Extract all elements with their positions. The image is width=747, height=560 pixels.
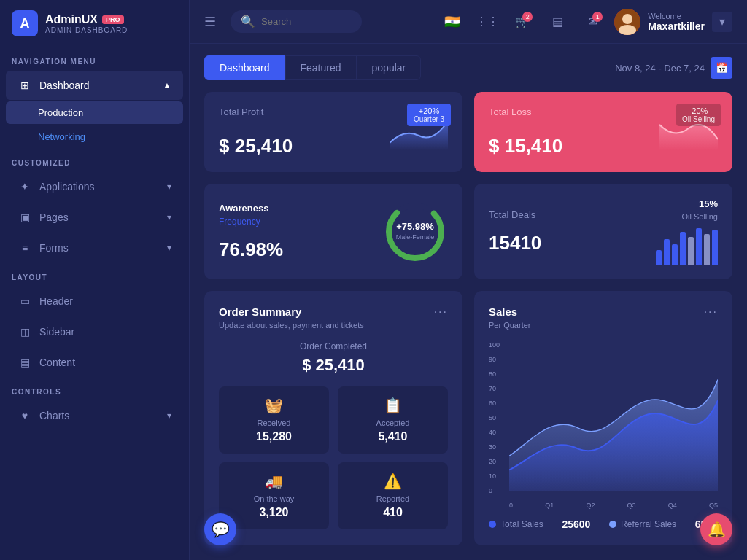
bar-6 [696,228,702,265]
completed-label: Order Completed [219,341,448,351]
sidebar: A AdminUX PRO ADMIN DASHBOARD NAVIGATION… [0,0,190,560]
basket-icon: 🧺 [229,397,319,414]
menu-icon[interactable]: ▤ [544,9,570,35]
date-range-text: Nov 8, 24 - Dec 7, 24 [615,63,705,74]
user-area[interactable]: Welcome Maxartkiller ▾ [614,9,732,35]
dashboard-icon: ⊞ [18,78,32,93]
calendar-icon[interactable]: 📅 [711,57,732,79]
loss-badge: -20% Oil Selling [676,104,721,126]
hamburger-icon[interactable]: ☰ [204,14,216,30]
bar-3 [672,244,678,265]
tabs: Dashboard Featured popular [204,55,421,80]
sidebar-item-content[interactable]: ▤ Content [6,348,183,377]
tabs-row: Dashboard Featured popular Nov 8, 24 - D… [204,55,732,80]
order-sub: Update about sales, payment and tickets [219,321,364,330]
tab-dashboard[interactable]: Dashboard [204,55,285,80]
user-dropdown-button[interactable]: ▾ [712,12,732,32]
completed-value: $ 25,410 [219,356,448,375]
svg-point-1 [622,14,632,24]
chevron-down-icon2: ▾ [167,212,171,222]
bar-8 [712,230,718,265]
deals-title: Total Deals [489,209,656,220]
sales-sub: Per Quarter [489,321,530,330]
truck-icon: 🚚 [229,472,319,490]
awareness-sub: Frequency [219,217,382,227]
sidebar-item-pages[interactable]: ▣ Pages ▾ [6,203,183,232]
pro-badge: PRO [102,15,124,24]
order-card-header: Order Summary Update about sales, paymen… [219,306,448,330]
search-input[interactable] [261,16,349,27]
total-sales-value: 25600 [562,518,590,531]
logo-text: AdminUX PRO ADMIN DASHBOARD [45,13,128,34]
cart-icon[interactable]: 🛒 2 [509,9,535,35]
sidebar-item-charts[interactable]: ♥ Charts ▾ [6,401,183,430]
bar-2 [664,239,670,265]
header-icon: ▭ [18,294,32,308]
mail-icon[interactable]: ✉ 1 [579,9,605,35]
sidebar-item-dashboard[interactable]: ⊞ Dashboard ▲ [6,71,183,100]
sales-title: Sales [489,306,530,318]
bar-4 [680,232,686,265]
total-sales-dot [489,521,496,528]
reported-stat: ⚠️ Reported 410 [338,462,448,529]
bar-chart [656,228,718,265]
order-more-button[interactable]: ··· [434,306,448,319]
profit-title: Total Profit [219,106,293,117]
deals-value: 15410 [489,232,656,254]
chevron-up-icon: ▲ [163,80,171,90]
stats-grid: Total Profit $ 25,410 +20% Quarter 3 [204,92,732,279]
sidebar-item-applications[interactable]: ✦ Applications ▾ [6,172,183,201]
deals-left: Total Deals 15410 [489,209,656,254]
customized-label: CUSTOMIZED [0,149,189,171]
total-loss-card: Total Loss $ 15,410 -20% Oil Selling [474,92,732,172]
awareness-value: 76.98% [219,238,382,261]
forms-icon: ≡ [18,241,32,255]
deals-right: 15% Oil Selling [656,198,718,265]
app-subtitle: ADMIN DASHBOARD [45,26,128,34]
accepted-stat: 📋 Accepted 5,410 [338,386,448,454]
sidebar-item-networking[interactable]: Networking [6,125,183,148]
layout-label: LAYOUT [0,263,189,286]
deals-pct: 15% [699,198,718,209]
chat-fab-button[interactable]: 💬 [204,513,236,545]
controls-label: CONTROLS [0,378,189,400]
sales-svg-chart [509,341,718,494]
profit-value: $ 25,410 [219,135,293,158]
referral-sales-legend: Referral Sales [609,519,676,529]
donut-chart: +75.98% Male-Female [382,199,448,265]
order-completed: Order Completed $ 25,410 [219,341,448,375]
tab-popular[interactable]: popular [357,55,422,80]
cart-badge: 2 [522,12,533,22]
bar-5 [688,237,694,265]
awareness-left: Awareness Frequency 76.98% [219,203,382,261]
welcome-text: Welcome [648,12,705,20]
content-area: Dashboard Featured popular Nov 8, 24 - D… [190,44,747,560]
tab-featured[interactable]: Featured [285,55,357,80]
check-calendar-icon: 📋 [348,397,438,414]
sales-card-header: Sales Per Quarter ··· [489,306,718,330]
x-axis: 0 Q1 Q2 Q3 Q4 Q5 [509,502,718,509]
total-sales-legend: Total Sales [489,519,543,529]
bar-7 [704,234,710,265]
sidebar-item-header[interactable]: ▭ Header [6,287,183,316]
applications-icon: ✦ [18,179,32,194]
sales-more-button[interactable]: ··· [704,306,718,319]
total-profit-card: Total Profit $ 25,410 +20% Quarter 3 [204,92,462,172]
bar-1 [656,250,662,265]
mail-badge: 1 [592,12,603,22]
nav-menu-label: NAVIGATION MENU [0,47,189,70]
sidebar-item-forms[interactable]: ≡ Forms ▾ [6,233,183,262]
grid-icon[interactable]: ⋮⋮ [474,9,500,35]
chevron-down-icon4: ▾ [167,411,171,421]
search-box[interactable]: 🔍 [231,10,362,33]
notification-fab-button[interactable]: 🔔 [700,513,732,545]
order-summary-card: Order Summary Update about sales, paymen… [204,291,462,545]
awareness-card: Awareness Frequency 76.98% +75.98% Male-… [204,184,462,279]
main-content: ☰ 🔍 🇮🇳 ⋮⋮ 🛒 2 ▤ ✉ 1 Welcome [190,0,747,560]
topbar: ☰ 🔍 🇮🇳 ⋮⋮ 🛒 2 ▤ ✉ 1 Welcome [190,0,747,44]
chevron-down-icon: ▾ [167,182,171,192]
donut-label: +75.98% Male-Female [396,221,435,242]
sidebar-item-sidebar[interactable]: ◫ Sidebar [6,317,183,346]
flag-icon[interactable]: 🇮🇳 [439,9,465,35]
sidebar-item-production[interactable]: Production [6,101,183,124]
